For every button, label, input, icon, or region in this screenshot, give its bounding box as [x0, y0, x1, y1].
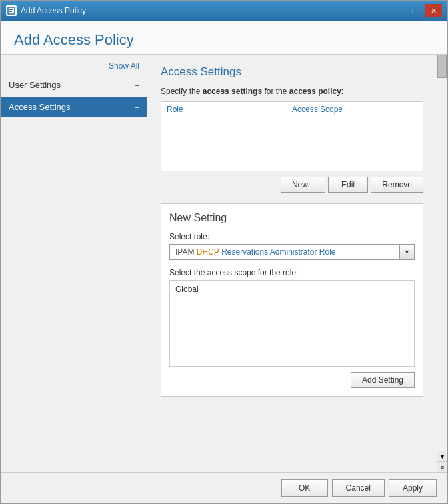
- scrollbar-track[interactable]: ▼ ≡: [437, 55, 447, 472]
- access-table: Role Access Scope: [161, 101, 423, 171]
- new-setting-title: New Setting: [169, 212, 415, 224]
- new-button[interactable]: New...: [281, 177, 325, 193]
- access-settings-title: Access Settings: [161, 65, 423, 79]
- window-body: Add Access Policy Show All User Settings…: [1, 21, 447, 503]
- role-dhcp-text: DHCP: [197, 247, 219, 257]
- title-bar-text: Add Access Policy: [21, 6, 387, 15]
- footer: OK Cancel Apply: [1, 472, 447, 503]
- sidebar-item-access-settings[interactable]: Access Settings −: [1, 97, 147, 117]
- maximize-button[interactable]: □: [406, 4, 423, 17]
- ok-button[interactable]: OK: [281, 479, 328, 497]
- page-title: Add Access Policy: [14, 31, 434, 49]
- role-ipam-text: IPAM: [175, 247, 197, 257]
- table-header: Role Access Scope: [161, 102, 423, 117]
- role-dropdown[interactable]: IPAM DHCP Reservations Administrator Rol…: [169, 244, 415, 260]
- remove-button[interactable]: Remove: [371, 177, 423, 193]
- dropdown-arrow-icon[interactable]: ▼: [399, 245, 414, 259]
- bold-text-1: access settings: [203, 87, 262, 96]
- sidebar: Show All User Settings − Access Settings…: [1, 55, 147, 472]
- title-bar: Add Access Policy ─ □ ✕: [1, 1, 447, 21]
- table-body: [161, 117, 423, 171]
- svg-rect-0: [8, 7, 15, 14]
- scroll-end-btn[interactable]: ≡: [437, 461, 447, 472]
- scope-item-global[interactable]: Global: [175, 283, 409, 295]
- close-button[interactable]: ✕: [425, 4, 442, 17]
- svg-rect-1: [9, 9, 13, 10]
- add-setting-row: Add Setting: [169, 372, 415, 388]
- add-setting-button[interactable]: Add Setting: [351, 372, 415, 388]
- svg-rect-2: [9, 11, 12, 12]
- role-select-container: IPAM DHCP Reservations Administrator Rol…: [169, 244, 415, 260]
- collapse-icon-access: −: [135, 103, 139, 111]
- cancel-button[interactable]: Cancel: [332, 479, 385, 497]
- bold-text-2: access policy: [289, 87, 341, 96]
- table-actions: New... Edit Remove: [161, 177, 423, 193]
- new-setting-section: New Setting Select role: IPAM DHCP Reser…: [161, 203, 423, 397]
- access-scope-list[interactable]: Global: [169, 280, 415, 367]
- select-role-label: Select role:: [169, 232, 415, 241]
- content-area: Access Settings Specify the access setti…: [147, 55, 437, 472]
- access-settings-desc: Specify the access settings for the acce…: [161, 87, 423, 96]
- minimize-button[interactable]: ─: [387, 4, 405, 17]
- window-header: Add Access Policy: [1, 21, 447, 55]
- select-scope-label: Select the access scope for the role:: [169, 268, 415, 277]
- sidebar-item-label-access: Access Settings: [9, 102, 71, 112]
- main-content: Show All User Settings − Access Settings…: [1, 55, 447, 472]
- column-access-scope: Access Scope: [292, 105, 343, 114]
- sidebar-item-user-settings[interactable]: User Settings −: [1, 75, 147, 95]
- edit-button[interactable]: Edit: [328, 177, 368, 193]
- apply-button[interactable]: Apply: [389, 479, 437, 497]
- window-icon: [6, 5, 17, 16]
- show-all-link[interactable]: Show All: [1, 60, 147, 75]
- scroll-down-btn[interactable]: ▼: [437, 451, 447, 461]
- column-role: Role: [167, 105, 292, 114]
- title-bar-controls: ─ □ ✕: [387, 4, 442, 17]
- role-rest-text: Reservations Administrator Role: [219, 247, 336, 257]
- collapse-icon-user: −: [135, 81, 139, 89]
- scrollbar-thumb[interactable]: [437, 55, 447, 78]
- role-display-text: IPAM DHCP Reservations Administrator Rol…: [175, 247, 336, 257]
- main-window: Add Access Policy ─ □ ✕ Add Access Polic…: [0, 0, 448, 504]
- sidebar-item-label-user: User Settings: [9, 80, 61, 90]
